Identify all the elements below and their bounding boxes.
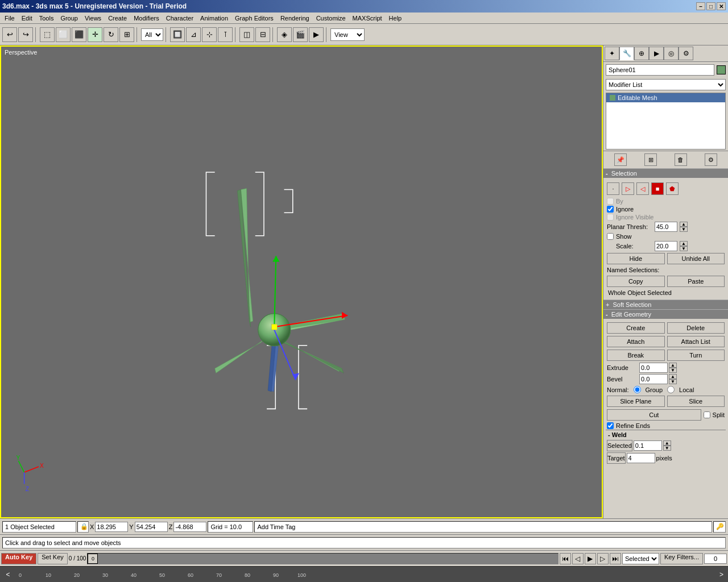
weld-target-button[interactable]: Target xyxy=(607,452,626,464)
menu-tools[interactable]: Tools xyxy=(36,14,57,23)
refine-ends-checkbox[interactable] xyxy=(607,422,614,429)
y-coord-input[interactable] xyxy=(135,522,168,532)
time-slider[interactable]: 0 xyxy=(87,553,558,564)
z-coord-input[interactable] xyxy=(173,522,206,532)
mirror-button[interactable]: ◫ xyxy=(239,27,254,42)
menu-views[interactable]: Views xyxy=(81,14,105,23)
poly-mode-button[interactable]: ■ xyxy=(651,182,664,195)
time-thumb[interactable]: 0 xyxy=(88,554,98,564)
break-button[interactable]: Break xyxy=(607,350,665,361)
menu-customize[interactable]: Customize xyxy=(313,14,349,23)
vertex-mode-button[interactable]: · xyxy=(607,182,619,195)
bevel-down[interactable]: ▼ xyxy=(669,379,677,384)
minimize-button[interactable]: – xyxy=(696,2,705,10)
weld-selected-spinner[interactable]: ▲ ▼ xyxy=(663,440,671,451)
select-and-scale-button[interactable]: ⊞ xyxy=(119,27,134,42)
select-object-button[interactable]: ⬚ xyxy=(40,27,55,42)
extrude-up[interactable]: ▲ xyxy=(669,363,677,368)
tab-hierarchy[interactable]: ⊕ xyxy=(634,47,649,60)
bevel-input[interactable] xyxy=(639,374,668,384)
auto-key-button[interactable]: Auto Key xyxy=(1,553,36,564)
selection-section-header[interactable]: - Selection xyxy=(603,168,728,178)
weld-target-input[interactable] xyxy=(627,453,655,463)
extrude-spinner[interactable]: ▲ ▼ xyxy=(669,363,677,373)
x-coord-input[interactable] xyxy=(95,522,128,532)
bevel-spinner[interactable]: ▲ ▼ xyxy=(669,374,677,384)
menu-character[interactable]: Character xyxy=(163,14,197,23)
soft-selection-header[interactable]: + Soft Selection xyxy=(603,300,728,309)
weld-selected-down[interactable]: ▼ xyxy=(663,446,671,451)
planar-thresh-input[interactable] xyxy=(655,222,677,232)
extrude-input[interactable] xyxy=(639,363,668,373)
edge-mode-button[interactable]: ▷ xyxy=(622,182,634,195)
tab-motion[interactable]: ▶ xyxy=(649,47,664,60)
prev-frame-button[interactable]: ◁ xyxy=(572,553,584,564)
frame-input[interactable] xyxy=(704,554,727,564)
unique-button[interactable]: ⊞ xyxy=(644,153,657,166)
object-name-input[interactable]: Sphere01 xyxy=(606,64,714,76)
edit-geometry-section-header[interactable]: - Edit Geometry xyxy=(603,309,728,319)
undo-button[interactable]: ↩ xyxy=(2,27,17,42)
scale-down[interactable]: ▼ xyxy=(680,246,688,251)
weld-selected-up[interactable]: ▲ xyxy=(663,440,671,446)
select-and-rotate-button[interactable]: ↻ xyxy=(104,27,118,42)
select-region-type-button[interactable]: ⬛ xyxy=(72,27,86,42)
menu-animation[interactable]: Animation xyxy=(197,14,231,23)
close-button[interactable]: ✕ xyxy=(717,2,726,10)
quick-render-button[interactable]: ▶ xyxy=(309,27,324,42)
scale-input[interactable] xyxy=(655,241,677,251)
menu-create[interactable]: Create xyxy=(105,14,130,23)
view-select-dropdown[interactable]: View xyxy=(330,28,365,41)
paste-named-sel-button[interactable]: Paste xyxy=(667,276,725,287)
weld-selected-button[interactable]: Selected xyxy=(607,440,632,451)
hide-button[interactable]: Hide xyxy=(607,253,665,264)
menu-help[interactable]: Help xyxy=(386,14,406,23)
copy-named-sel-button[interactable]: Copy xyxy=(607,276,665,287)
face-mode-button[interactable]: ◁ xyxy=(636,182,649,195)
configure-button[interactable]: ⚙ xyxy=(705,153,717,166)
menu-graph-editors[interactable]: Graph Editors xyxy=(231,14,277,23)
slice-plane-button[interactable]: Slice Plane xyxy=(607,396,665,407)
menu-maxscript[interactable]: MAXScript xyxy=(349,14,386,23)
by-checkbox[interactable] xyxy=(607,198,614,205)
snaps-toggle-button[interactable]: 🔲 xyxy=(170,27,185,42)
turn-button[interactable]: Turn xyxy=(667,350,725,361)
track-left-arrow[interactable]: < xyxy=(2,571,14,579)
key-filters-button[interactable]: Key Filters... xyxy=(660,553,703,564)
track-right-arrow[interactable]: > xyxy=(717,571,726,579)
planar-thresh-up[interactable]: ▲ xyxy=(680,222,688,227)
scale-up[interactable]: ▲ xyxy=(680,241,688,246)
weld-selected-input[interactable] xyxy=(634,440,662,451)
show-checkbox[interactable] xyxy=(607,233,614,240)
normal-group-radio[interactable] xyxy=(634,386,641,393)
tab-display[interactable]: ◎ xyxy=(664,47,679,60)
key-mode-select[interactable]: Selected xyxy=(622,553,659,564)
object-color-swatch[interactable] xyxy=(717,65,726,74)
modifier-list-dropdown[interactable]: Modifier List xyxy=(606,79,726,90)
align-button[interactable]: ⊟ xyxy=(255,27,270,42)
ignore-visible-checkbox[interactable] xyxy=(607,214,614,221)
angle-snap-button[interactable]: ⊿ xyxy=(186,27,201,42)
viewport[interactable]: Perspective xyxy=(0,45,603,518)
material-editor-button[interactable]: ◈ xyxy=(277,27,292,42)
menu-edit[interactable]: Edit xyxy=(18,14,36,23)
normal-local-radio[interactable] xyxy=(667,386,675,393)
spinner-snap-button[interactable]: ⊺ xyxy=(218,27,233,42)
menu-file[interactable]: File xyxy=(1,14,18,23)
extrude-down[interactable]: ▼ xyxy=(669,368,677,373)
planar-thresh-down[interactable]: ▼ xyxy=(680,227,688,232)
attach-button[interactable]: Attach xyxy=(607,336,665,347)
attach-list-button[interactable]: Attach List xyxy=(667,336,725,347)
tab-utilities[interactable]: ⚙ xyxy=(679,47,693,60)
select-region-button[interactable]: ⬜ xyxy=(56,27,71,42)
select-and-move-button[interactable]: ✛ xyxy=(88,27,102,42)
menu-rendering[interactable]: Rendering xyxy=(277,14,313,23)
planar-thresh-spinner[interactable]: ▲ ▼ xyxy=(680,222,688,232)
redo-button[interactable]: ↪ xyxy=(18,27,33,42)
maximize-button[interactable]: □ xyxy=(706,2,715,10)
remove-modifier-button[interactable]: 🗑 xyxy=(675,153,687,166)
next-frame-button[interactable]: ▷ xyxy=(597,553,609,564)
tab-modify[interactable]: 🔧 xyxy=(619,47,634,60)
play-button[interactable]: ▶ xyxy=(585,553,596,564)
bevel-up[interactable]: ▲ xyxy=(669,374,677,379)
